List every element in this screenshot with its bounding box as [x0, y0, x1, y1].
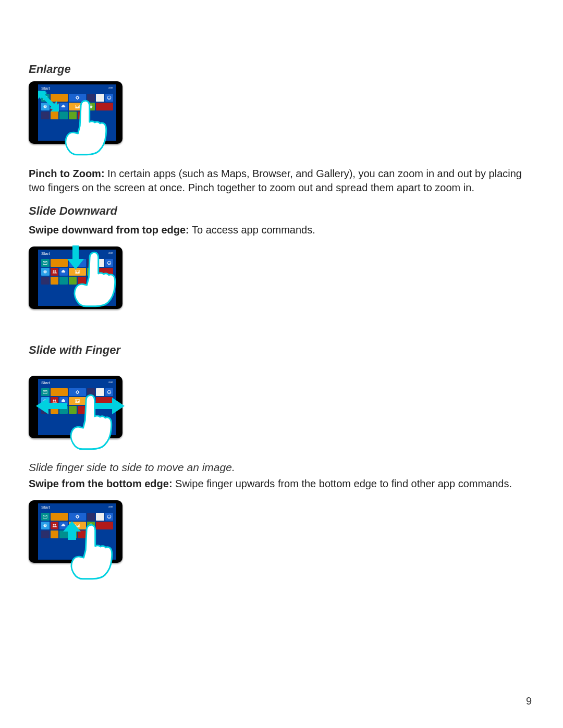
tile — [41, 268, 50, 276]
svg-rect-17 — [93, 403, 113, 409]
tile — [87, 513, 95, 521]
svg-marker-16 — [36, 398, 48, 414]
tile — [69, 103, 86, 110]
tile — [41, 388, 50, 396]
tile — [96, 388, 104, 396]
para-rest: To access app commands. — [189, 224, 315, 236]
tile — [41, 513, 50, 521]
user-label: user — [108, 380, 113, 384]
tile — [105, 94, 114, 102]
bold-lead: Swipe from the bottom edge: — [29, 478, 173, 489]
heading-slide-downward: Slide Downward — [29, 204, 534, 218]
svg-marker-19 — [63, 521, 81, 540]
tile — [69, 277, 77, 285]
bold-lead: Swipe downward from top edge: — [29, 224, 189, 236]
start-label: Start — [41, 505, 50, 510]
tile — [105, 513, 114, 521]
heading-enlarge: Enlarge — [29, 63, 534, 76]
svg-marker-14 — [67, 259, 84, 269]
user-label: user — [108, 86, 113, 89]
tile — [41, 277, 50, 285]
tile — [96, 513, 104, 521]
page-number: 9 — [526, 695, 532, 707]
para-rest: Swipe finger upwards from the bottom edg… — [173, 478, 512, 489]
heading-slide-with-finger: Slide with Finger — [29, 343, 534, 357]
tile — [78, 112, 86, 119]
down-arrow-icon — [65, 245, 86, 273]
screen-header: Start user — [38, 379, 116, 388]
tile — [59, 277, 68, 285]
user-label: user — [108, 251, 113, 254]
tile — [51, 530, 59, 538]
tile — [105, 388, 114, 396]
tile — [51, 522, 59, 529]
illustration-slide-side: Start user — [29, 376, 128, 454]
subline-slide-side: Slide finger side to side to move an ima… — [29, 461, 534, 474]
tile — [87, 268, 95, 276]
paragraph-pinch-to-zoom: Pinch to Zoom: In certain apps (such as … — [29, 167, 534, 195]
tile — [51, 277, 59, 285]
tile — [87, 103, 95, 110]
tile — [87, 522, 95, 529]
tile — [41, 522, 50, 529]
tile — [41, 530, 50, 538]
paragraph-swipe-down: Swipe downward from top edge: To access … — [29, 223, 534, 237]
svg-rect-15 — [47, 403, 67, 409]
tile — [105, 259, 114, 267]
screen-header: Start user — [38, 503, 116, 512]
tile — [69, 94, 86, 102]
tile — [69, 513, 86, 521]
tile — [51, 388, 68, 396]
user-label: user — [108, 505, 113, 508]
tile — [51, 268, 59, 276]
illustration-enlarge: Start user — [29, 81, 128, 159]
tile — [87, 388, 95, 396]
paragraph-swipe-bottom: Swipe from the bottom edge: Swipe finger… — [29, 477, 534, 491]
illustration-slide-up: Start user — [29, 500, 128, 578]
left-right-arrow-icon — [36, 396, 125, 416]
tile — [87, 94, 95, 102]
illustration-slide-down: Start user — [29, 246, 128, 325]
tile — [51, 513, 68, 521]
svg-rect-13 — [72, 245, 79, 260]
tile — [87, 259, 95, 267]
tile — [69, 112, 77, 119]
tile — [41, 259, 50, 267]
start-label: Start — [41, 86, 50, 91]
tile — [96, 259, 104, 267]
svg-marker-18 — [112, 398, 125, 414]
bold-lead: Pinch to Zoom: — [29, 168, 105, 179]
enlarge-arrow-icon — [38, 91, 62, 115]
start-label: Start — [41, 380, 50, 385]
up-arrow-icon — [62, 521, 82, 540]
tile — [96, 522, 113, 529]
document-page: Enlarge Start user — [0, 0, 563, 728]
start-label: Start — [41, 251, 50, 256]
tile — [96, 268, 113, 276]
tile — [96, 103, 113, 110]
tile — [69, 388, 86, 396]
tile — [78, 277, 86, 285]
tile — [96, 94, 104, 102]
